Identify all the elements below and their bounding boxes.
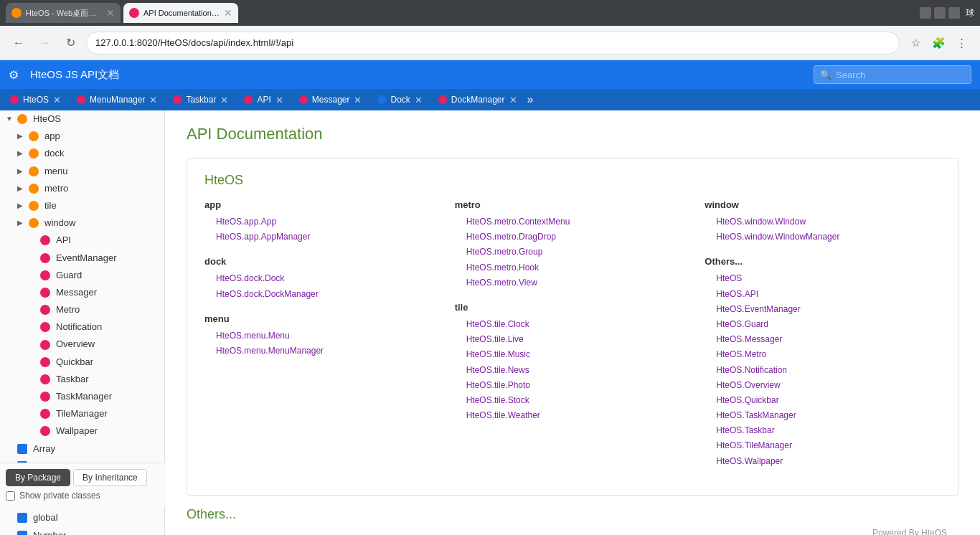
maximize-button[interactable] (934, 7, 946, 19)
doc-tab-menumanager[interactable]: MenuManager ✕ (70, 90, 164, 109)
tab1-close[interactable]: ✕ (106, 8, 115, 18)
tree-label-1: app (44, 130, 60, 143)
doc-tab-close-4[interactable]: ✕ (354, 95, 362, 105)
tree-icon-15 (40, 374, 50, 384)
minimize-button[interactable] (920, 7, 931, 19)
sidebar-item-guard[interactable]: Guard (0, 267, 164, 284)
link-hteos-wallpaper[interactable]: HteOS.Wallpaper (705, 454, 941, 469)
sidebar-item-wallpaper[interactable]: Wallpaper (0, 422, 164, 440)
link-hteos-tilemanager[interactable]: HteOS.TileManager (705, 438, 941, 453)
sidebar-item-app[interactable]: ▶ app (0, 128, 164, 145)
doc-tab-overflow[interactable]: » (527, 93, 534, 106)
sidebar-item-notification[interactable]: Notification (0, 318, 164, 336)
browser-tab-1[interactable]: HteOS - Web桌面应用… ✕ (6, 3, 121, 23)
doc-tab-close-1[interactable]: ✕ (149, 95, 157, 105)
sidebar-item-metro[interactable]: Metro (0, 301, 164, 318)
browser-tab-2[interactable]: API Documentation - H… ✕ (123, 3, 238, 23)
doc-tab-dockmanager[interactable]: DockManager ✕ (431, 90, 524, 109)
link-hteos-quickbar[interactable]: HteOS.Quickbar (705, 393, 941, 408)
link-hteos-window-windowmanager[interactable]: HteOS.window.WindowManager (705, 229, 941, 245)
link-hteos-api[interactable]: HteOS.API (705, 287, 941, 302)
link-hteos-metro-group[interactable]: HteOS.metro.Group (455, 245, 691, 260)
sidebar-item-menu[interactable]: ▶ menu (0, 163, 164, 180)
link-hteos-dock-dockmanager[interactable]: HteOS.dock.DockManager (204, 287, 440, 302)
view-toggle: By Package By Inheritance (6, 469, 159, 486)
link-hteos-guard[interactable]: HteOS.Guard (705, 317, 941, 332)
app-search[interactable]: 🔍 Search (814, 65, 971, 84)
doc-tab-close-2[interactable]: ✕ (220, 95, 228, 105)
link-hteos-eventmanager[interactable]: HteOS.EventManager (705, 302, 941, 317)
sidebar-item-tilemanager[interactable]: TileManager (0, 405, 164, 422)
doc-tab-icon-0 (10, 95, 19, 104)
link-hteos-tile-weather[interactable]: HteOS.tile.Weather (455, 408, 691, 423)
doc-tab-taskbar[interactable]: Taskbar ✕ (166, 90, 235, 109)
doc-tab-close-0[interactable]: ✕ (53, 95, 61, 105)
tree-label-11: Metro (56, 303, 80, 316)
tab2-close[interactable]: ✕ (224, 8, 232, 18)
address-bar[interactable]: 127.0.0.1:8020/HteOS/docs/api/index.html… (86, 32, 900, 55)
doc-tab-icon-4 (299, 95, 308, 104)
reload-button[interactable]: ↻ (60, 33, 80, 53)
doc-tab-messager[interactable]: Messager ✕ (292, 90, 369, 109)
link-hteos-metro[interactable]: HteOS.Metro (705, 347, 941, 362)
link-hteos-notification[interactable]: HteOS.Notification (705, 363, 941, 378)
link-hteos-menu-menumanager[interactable]: HteOS.menu.MenuManager (204, 344, 440, 359)
link-hteos-metro-dragdrop[interactable]: HteOS.metro.DragDrop (455, 229, 691, 245)
link-hteos-tile-clock[interactable]: HteOS.tile.Clock (455, 317, 691, 332)
link-hteos-dock-dock[interactable]: HteOS.dock.Dock (204, 271, 440, 286)
others-section-title: Others... (705, 256, 941, 267)
link-hteos-metro-contextmenu[interactable]: HteOS.metro.ContextMenu (455, 214, 691, 229)
sidebar-item-array[interactable]: Array (0, 440, 164, 458)
sidebar-item-overview[interactable]: Overview (0, 336, 164, 353)
link-hteos-taskbar[interactable]: HteOS.Taskbar (705, 423, 941, 438)
sidebar-item-global[interactable]: global (0, 509, 164, 526)
doc-tab-close-6[interactable]: ✕ (509, 95, 517, 105)
link-hteos-tile-live[interactable]: HteOS.tile.Live (455, 332, 691, 347)
sidebar-item-messager[interactable]: Messager (0, 284, 164, 301)
by-inheritance-button[interactable]: By Inheritance (73, 469, 147, 486)
link-hteos-menu-menu[interactable]: HteOS.menu.Menu (204, 328, 440, 344)
link-hteos-tile-news[interactable]: HteOS.tile.News (455, 363, 691, 378)
app-gear-icon[interactable]: ⚙ (9, 68, 19, 82)
close-button[interactable] (948, 7, 960, 19)
doc-tab-close-5[interactable]: ✕ (415, 95, 423, 105)
link-hteos-tile-music[interactable]: HteOS.tile.Music (455, 347, 691, 362)
sidebar-item-taskmanager[interactable]: TaskManager (0, 388, 164, 405)
back-button[interactable]: ← (9, 33, 29, 53)
sidebar-item-taskbar[interactable]: Taskbar (0, 371, 164, 388)
forward-button[interactable]: → (34, 33, 55, 53)
sidebar-item-metro[interactable]: ▶ metro (0, 180, 164, 197)
link-hteos-metro-hook[interactable]: HteOS.metro.Hook (455, 260, 691, 275)
doc-tab-hteos[interactable]: HteOS ✕ (3, 90, 68, 109)
link-hteos-app-appmanager[interactable]: HteOS.app.AppManager (204, 229, 440, 245)
doc-tab-dock[interactable]: Dock ✕ (370, 90, 429, 109)
sidebar-item-dock[interactable]: ▶ dock (0, 145, 164, 162)
settings-icon[interactable]: ⋮ (951, 33, 971, 53)
link-hteos-metro-view[interactable]: HteOS.metro.View (455, 275, 691, 290)
extension-icon[interactable]: 🧩 (928, 33, 948, 53)
bookmark-icon[interactable]: ☆ (905, 33, 925, 53)
link-hteos-overview[interactable]: HteOS.Overview (705, 378, 941, 393)
sidebar-item-quickbar[interactable]: Quickbar (0, 354, 164, 371)
link-hteos-app-app[interactable]: HteOS.app.App (204, 214, 440, 229)
sidebar-item-window[interactable]: ▶ window (0, 214, 164, 232)
doc-tab-api[interactable]: API ✕ (237, 90, 290, 109)
app-toolbar: ⚙ HteOS JS API文档 🔍 Search (0, 60, 980, 89)
sidebar-item-hteos[interactable]: ▼ HteOS (0, 110, 164, 128)
link-hteos-tile-photo[interactable]: HteOS.tile.Photo (455, 378, 691, 393)
sidebar-item-api[interactable]: API (0, 232, 164, 249)
sidebar-item-tile[interactable]: ▶ tile (0, 197, 164, 214)
by-package-button[interactable]: By Package (6, 469, 70, 486)
link-hteos-messager[interactable]: HteOS.Messager (705, 332, 941, 347)
link-hteos-tile-stock[interactable]: HteOS.tile.Stock (455, 393, 691, 408)
link-hteos-window-window[interactable]: HteOS.window.Window (705, 214, 941, 229)
content-area: API Documentation HteOS app HteOS.app.Ap… (165, 110, 980, 535)
doc-tab-close-3[interactable]: ✕ (275, 95, 283, 105)
show-private-checkbox[interactable] (6, 491, 15, 501)
link-hteos-taskmanager[interactable]: HteOS.TaskManager (705, 408, 941, 423)
sidebar-item-number[interactable]: Number (0, 527, 164, 536)
new-tab-area[interactable] (241, 3, 356, 23)
sidebar-item-eventmanager[interactable]: EventManager (0, 250, 164, 267)
link-hteos[interactable]: HteOS (705, 271, 941, 286)
browser-titlebar: HteOS - Web桌面应用… ✕ API Documentation - H… (0, 0, 980, 26)
